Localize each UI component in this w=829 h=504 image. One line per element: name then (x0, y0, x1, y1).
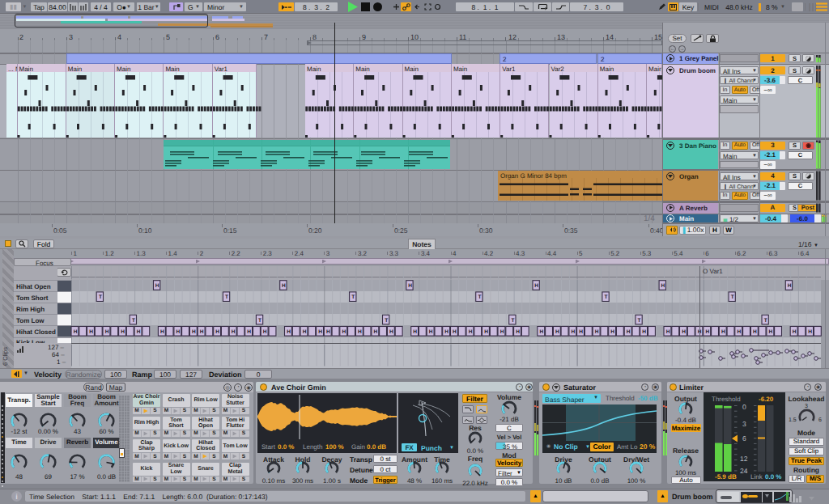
svg-text:T: T (99, 294, 102, 300)
svg-text:H: H (358, 329, 362, 335)
svg-text:H: H (373, 329, 377, 335)
svg-text:H: H (429, 329, 433, 335)
svg-text:T: T (385, 318, 388, 324)
svg-text:H: H (282, 283, 286, 289)
svg-text:T: T (258, 318, 261, 324)
svg-text:H: H (661, 283, 665, 289)
svg-text:T: T (731, 294, 734, 300)
svg-text:H: H (453, 329, 457, 335)
svg-text:H: H (263, 329, 267, 335)
svg-text:H: H (247, 329, 251, 335)
svg-text:H: H (627, 329, 631, 335)
svg-text:H: H (318, 329, 322, 335)
svg-text:H: H (788, 283, 792, 289)
svg-text:T: T (605, 294, 608, 300)
svg-text:H: H (484, 329, 488, 335)
svg-text:H: H (595, 329, 599, 335)
svg-text:H: H (753, 329, 757, 335)
svg-text:H: H (232, 329, 236, 335)
svg-text:H: H (105, 329, 109, 335)
svg-text:H: H (413, 329, 417, 335)
svg-text:H: H (555, 329, 559, 335)
svg-text:H: H (287, 329, 291, 335)
svg-text:H: H (610, 329, 614, 335)
svg-text:H: H (500, 329, 504, 335)
svg-text:H: H (389, 329, 393, 335)
svg-text:H: H (768, 329, 772, 335)
svg-text:H: H (721, 329, 725, 335)
svg-text:H: H (539, 329, 543, 335)
svg-text:H: H (642, 329, 646, 335)
svg-text:H: H (516, 329, 520, 335)
svg-text:T: T (511, 318, 514, 324)
svg-text:H: H (808, 329, 812, 335)
svg-text:T: T (132, 318, 135, 324)
svg-text:H: H (303, 329, 307, 335)
svg-text:H: H (342, 329, 346, 335)
svg-text:H: H (682, 329, 686, 335)
svg-text:H: H (571, 329, 575, 335)
svg-text:T: T (638, 318, 641, 324)
svg-text:H: H (121, 329, 125, 335)
svg-text:H: H (326, 329, 330, 335)
svg-text:T: T (764, 318, 767, 324)
svg-text:H: H (793, 329, 797, 335)
svg-text:H: H (200, 329, 204, 335)
svg-text:H: H (444, 329, 449, 335)
svg-text:H: H (469, 329, 473, 335)
svg-text:T: T (478, 294, 481, 300)
svg-text:H: H (160, 329, 164, 335)
svg-text:H: H (137, 329, 141, 335)
svg-text:T: T (225, 294, 228, 300)
svg-text:H: H (408, 283, 412, 289)
svg-text:H: H (176, 329, 180, 335)
svg-text:H: H (74, 329, 78, 335)
svg-text:H: H (192, 329, 196, 335)
svg-text:H: H (737, 329, 741, 335)
svg-text:H: H (215, 329, 219, 335)
svg-text:H: H (89, 329, 93, 335)
svg-text:H: H (705, 329, 709, 335)
svg-text:H: H (666, 329, 670, 335)
svg-text:H: H (579, 329, 583, 335)
svg-text:T: T (351, 294, 355, 300)
svg-text:H: H (534, 283, 538, 289)
svg-text:H: H (155, 283, 159, 289)
